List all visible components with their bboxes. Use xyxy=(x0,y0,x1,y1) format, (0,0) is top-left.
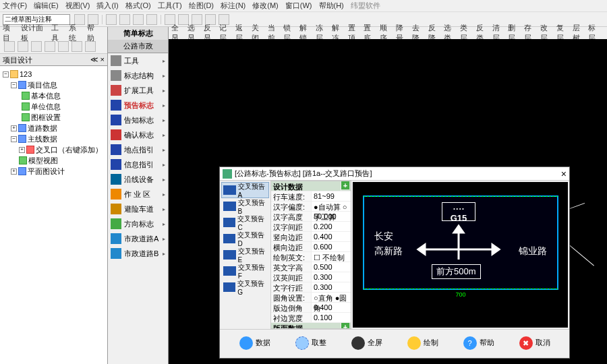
property-row[interactable]: 竖向边距 D1:0.400 xyxy=(271,232,351,242)
menu-item[interactable]: 帮助(H) xyxy=(319,1,344,11)
dialog-tab[interactable]: 交叉预告F xyxy=(221,263,269,279)
project-panel-header: 项目设计 ≪ × xyxy=(0,54,107,66)
menu-item[interactable]: 修改(M) xyxy=(252,1,279,11)
arrow-icon xyxy=(415,222,502,263)
cancel-button[interactable]: ✖取消 xyxy=(519,336,550,350)
left-menu: 项目 设计面板 工具 系统 帮助 xyxy=(0,27,107,39)
palette-item[interactable]: 确认标志▸ xyxy=(108,127,168,142)
dialog-tab[interactable]: 交叉预告E xyxy=(221,247,269,263)
menu-item[interactable]: 视图(V) xyxy=(65,1,90,11)
palette-item[interactable]: 避险车道▸ xyxy=(108,202,168,216)
menu-item[interactable]: 格式(O) xyxy=(125,1,151,11)
tree-node[interactable]: 基本信息 xyxy=(3,90,105,101)
property-row[interactable]: 英文字高 H1:0.500 xyxy=(271,262,351,272)
tool-button[interactable] xyxy=(31,41,42,52)
view-toolbar: 全显选显反显记层返层关闭当前锁层解锁冻层解冻置顶置底顺序降最去降反降选类类层反类… xyxy=(169,27,607,39)
left-toolbar xyxy=(0,39,107,54)
palette-tab[interactable]: 公路市政 xyxy=(108,40,168,53)
sign-text-bottom: 前方500m xyxy=(432,264,481,279)
tool-button[interactable] xyxy=(71,41,82,52)
tool-button[interactable] xyxy=(4,41,15,52)
palette-header: 简单标志 xyxy=(108,27,168,40)
palette-item[interactable]: 工具▸ xyxy=(108,53,168,68)
property-row[interactable]: 汉字高度 H:50.000 xyxy=(271,212,351,222)
sign-preview[interactable]: • • • • G15 长安 高新路 锦业路 前方500m 700 xyxy=(353,182,568,328)
dialog-icon xyxy=(223,169,232,179)
tree-node[interactable]: −123 xyxy=(3,69,105,80)
svg-marker-1 xyxy=(454,226,463,233)
palette-item[interactable]: 信息指引▸ xyxy=(108,157,168,172)
menu-item[interactable]: 标注(N) xyxy=(221,1,245,11)
tool-button[interactable] xyxy=(18,41,28,52)
close-icon[interactable]: × xyxy=(561,169,567,179)
tool-button[interactable] xyxy=(58,41,69,52)
palette-item[interactable]: 方向标志▸ xyxy=(108,216,168,231)
help-button[interactable]: ?帮助 xyxy=(463,336,494,350)
dialog-tab[interactable]: 交叉预告B xyxy=(221,198,269,214)
property-row[interactable]: 圆角设置:○直角 ●圆角 xyxy=(271,293,351,303)
property-row[interactable]: 汉字偏度:●自动算 ○手工算 xyxy=(271,202,351,212)
tree-node[interactable]: 模型视图 xyxy=(3,155,105,166)
tool-button[interactable] xyxy=(45,41,55,52)
sign-palette: 简单标志 公路市政 工具▸标志结构▸扩展工具▸预告标志▸告知标志▸确认标志▸地点… xyxy=(108,27,169,364)
panel-title: 项目设计 xyxy=(3,55,32,64)
tree-node[interactable]: 图框设置 xyxy=(3,112,105,123)
tool-button[interactable] xyxy=(146,14,157,25)
project-tree[interactable]: −123 −项目信息 基本信息 单位信息 图框设置 +道路数据 −主线数据 +交… xyxy=(0,66,107,364)
panel-controls[interactable]: ≪ × xyxy=(90,55,105,64)
palette-item[interactable]: 沿线设备▸ xyxy=(108,172,168,187)
property-grid[interactable]: 设计数据+行车速度:81~99汉字偏度:●自动算 ○手工算汉字高度 H:50.0… xyxy=(270,181,351,329)
palette-item[interactable]: 地点指引▸ xyxy=(108,142,168,157)
tree-node[interactable]: +交叉口（右键添加） xyxy=(3,144,105,155)
menu-item[interactable]: 工具(T) xyxy=(158,1,182,11)
tree-node[interactable]: +平面图设计 xyxy=(3,166,105,177)
palette-item[interactable]: 作 业 区▸ xyxy=(108,187,168,202)
add-icon[interactable]: + xyxy=(341,181,349,189)
tree-node[interactable]: −主线数据 xyxy=(3,133,105,144)
sign-text-left2: 高新路 xyxy=(374,245,403,257)
dialog-tab[interactable]: 交叉预告A xyxy=(221,182,269,198)
property-row[interactable]: 汉英间距 D3:0.300 xyxy=(271,272,351,282)
tree-node[interactable]: 单位信息 xyxy=(3,101,105,112)
menu-item[interactable]: 绘图(D) xyxy=(189,1,214,11)
property-row[interactable]: 汉字间距 D:0.200 xyxy=(271,222,351,232)
dialog-tabs: 交叉预告A交叉预告B交叉预告C交叉预告D交叉预告E交叉预告F交叉预告G xyxy=(220,181,270,329)
tool-button[interactable] xyxy=(106,14,117,25)
separator xyxy=(102,15,103,24)
dialog-tab[interactable]: 交叉预告G xyxy=(221,279,269,295)
sign-text-right: 锦业路 xyxy=(519,245,547,257)
palette-item[interactable]: 预告标志▸ xyxy=(108,98,168,113)
dimension-label: 700 xyxy=(364,291,557,298)
tool-button[interactable] xyxy=(133,14,144,25)
menu-item[interactable]: 窗口(W) xyxy=(285,1,312,11)
round-button[interactable]: 取整 xyxy=(295,336,326,350)
tree-node[interactable]: −项目信息 xyxy=(3,80,105,90)
dialog-tab[interactable]: 交叉预告C xyxy=(221,214,269,231)
property-row[interactable]: 行车速度:81~99 xyxy=(271,191,351,202)
property-row[interactable]: 文字行距 D4:0.300 xyxy=(271,282,351,293)
fullscreen-button[interactable]: 全屏 xyxy=(351,336,382,350)
palette-item[interactable]: 市政道路A▸ xyxy=(108,231,168,246)
palette-item[interactable]: 扩展工具▸ xyxy=(108,83,168,98)
menu-item[interactable]: 文件(F) xyxy=(3,1,27,11)
dialog-tab[interactable]: 交叉预告D xyxy=(221,231,269,247)
menu-item[interactable]: 插入(I) xyxy=(96,1,118,11)
tree-node[interactable]: +道路数据 xyxy=(3,123,105,133)
add-icon[interactable]: + xyxy=(341,323,349,329)
palette-item[interactable]: 标志结构▸ xyxy=(108,68,168,83)
brand-label: 纬盟软件 xyxy=(351,1,380,11)
palette-item[interactable]: 市政道路B▸ xyxy=(108,246,168,261)
tool-button[interactable] xyxy=(85,41,96,52)
separator xyxy=(161,15,161,24)
data-button[interactable]: 数据 xyxy=(239,336,270,350)
property-row[interactable]: 横向边距 D2:0.600 xyxy=(271,242,351,252)
dialog-titlebar[interactable]: [公路标志-预告标志] [路1a--交叉路口预告] × xyxy=(220,167,569,181)
property-row[interactable]: 版边倒角 R:0.400 xyxy=(271,303,351,313)
palette-item[interactable]: 告知标志▸ xyxy=(108,113,168,127)
draw-button[interactable]: 绘制 xyxy=(407,336,438,350)
property-row[interactable]: 衬边宽度 C:0.100 xyxy=(271,313,351,323)
property-row[interactable]: 绘制英文:☐ 不绘制 xyxy=(271,252,351,262)
menu-item[interactable]: 编辑(E) xyxy=(34,1,59,11)
tool-button[interactable] xyxy=(119,14,130,25)
sign-design-dialog: [公路标志-预告标志] [路1a--交叉路口预告] × 交叉预告A交叉预告B交叉… xyxy=(219,166,570,359)
